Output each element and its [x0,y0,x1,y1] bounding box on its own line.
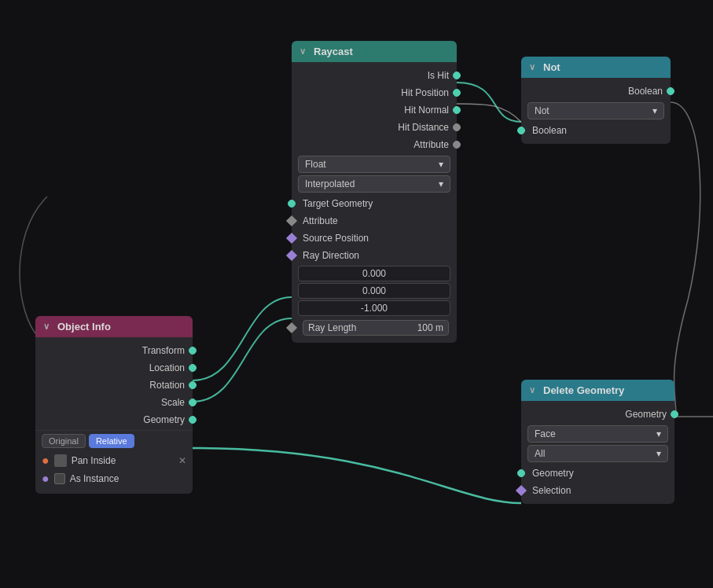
objectinfo-out-rotation: Rotation [35,377,193,394]
deletegeom-title: Delete Geometry [543,384,624,396]
orange-dot: ● [42,454,50,468]
not-out-boolean: Boolean [521,83,671,100]
purple-dot: ● [42,472,50,486]
raycast-in-targetgeom: Target Geometry [292,195,457,212]
pan-inside-bar: ● Pan Inside ✕ [35,451,193,470]
not-dropdown[interactable]: Not ▾ [527,102,664,119]
socket-out-scale[interactable] [189,399,197,406]
raycast-out-attr: Attribute [292,136,457,153]
pan-inside-icon [54,454,67,467]
socket-out-boolean[interactable] [667,87,674,95]
socket-in-selection[interactable] [516,485,527,496]
delete-geometry-node: ∨ Delete Geometry Geometry Face ▾ All ▾ … [521,380,674,504]
not-chevron: ∨ [529,62,535,72]
socket-out-transform[interactable] [189,347,197,355]
socket-out-hitposition[interactable] [453,89,461,97]
socket-out-hitdistance[interactable] [453,123,461,131]
as-instance-checkbox[interactable] [54,473,65,484]
objectinfo-out-location: Location [35,359,193,377]
raycast-in-attr: Attribute [292,212,457,230]
raycast-dropdown-float[interactable]: Float ▾ [298,156,450,173]
objectinfo-header[interactable]: ∨ Object Info [35,316,193,337]
deletegeom-out-geometry: Geometry [521,406,674,423]
objectinfo-toggle-bar: Original Relative [35,430,193,451]
socket-out-hitnormal[interactable] [453,106,461,114]
raycast-in-raylength: Ray Length 100 m [292,318,457,338]
as-instance-label: As Instance [70,473,119,484]
btn-original[interactable]: Original [42,434,86,448]
raycast-out-hitnormal: Hit Normal [292,101,457,119]
raycast-vec-x[interactable]: 0.000 [298,266,450,281]
raycast-chevron: ∨ [300,46,306,57]
raycast-raylength-field[interactable]: Ray Length 100 m [303,320,449,336]
raycast-out-hitpos: Hit Position [292,84,457,101]
raycast-dropdown-interpolated[interactable]: Interpolated ▾ [298,175,450,193]
socket-in-raylength[interactable] [286,322,297,333]
socket-out-location[interactable] [189,364,197,372]
btn-relative[interactable]: Relative [89,434,134,448]
not-node: ∨ Not Boolean Not ▾ Boolean [521,57,671,144]
not-header[interactable]: ∨ Not [521,57,671,78]
not-title: Not [543,61,560,73]
raycast-node: ∨ Raycast Is Hit Hit Position Hit Normal… [292,41,457,343]
object-info-node: ∨ Object Info Transform Location Rotatio… [35,316,193,494]
socket-in-not-boolean[interactable] [517,127,525,134]
raycast-body: Is Hit Hit Position Hit Normal Hit Dista… [292,62,457,343]
deletegeom-header[interactable]: ∨ Delete Geometry [521,380,674,401]
objectinfo-out-scale: Scale [35,394,193,411]
socket-in-sourceposition[interactable] [286,233,297,244]
deletegeom-body: Geometry Face ▾ All ▾ Geometry Selection [521,401,674,504]
socket-out-ishit[interactable] [453,72,461,79]
deletegeom-in-geometry: Geometry [521,465,674,482]
socket-out-geometry[interactable] [189,416,197,424]
deletegeom-chevron: ∨ [529,385,535,395]
raycast-vec-z[interactable]: -1.000 [298,300,450,316]
deletegeom-dropdown-all[interactable]: All ▾ [527,445,668,462]
pan-inside-label: Pan Inside [72,455,116,466]
raycast-in-raydir: Ray Direction [292,247,457,264]
not-body: Boolean Not ▾ Boolean [521,78,671,144]
deletegeom-dropdown-face[interactable]: Face ▾ [527,425,668,443]
objectinfo-out-transform: Transform [35,342,193,359]
deletegeom-in-selection: Selection [521,482,674,499]
objectinfo-body: Transform Location Rotation Scale Geomet… [35,337,193,494]
socket-out-attribute[interactable] [453,141,461,149]
objectinfo-chevron: ∨ [43,322,50,332]
raycast-title: Raycast [314,46,353,57]
as-instance-bar: ● As Instance [35,470,193,489]
pan-inside-close[interactable]: ✕ [178,455,186,466]
socket-in-targetgeometry[interactable] [288,200,296,208]
not-in-boolean: Boolean [521,122,671,139]
socket-in-attribute[interactable] [286,215,297,226]
socket-in-raydirection[interactable] [286,250,297,261]
objectinfo-title: Object Info [57,321,111,333]
socket-in-deletegeom-geometry[interactable] [517,469,525,477]
socket-out-rotation[interactable] [189,381,197,389]
raycast-vec-y[interactable]: 0.000 [298,283,450,299]
raycast-out-hitdist: Hit Distance [292,119,457,136]
socket-out-deletegeom-geometry[interactable] [671,410,678,418]
raycast-out-ishit: Is Hit [292,67,457,84]
raycast-header[interactable]: ∨ Raycast [292,41,457,62]
raycast-in-sourcepos: Source Position [292,230,457,247]
objectinfo-out-geometry: Geometry [35,411,193,428]
